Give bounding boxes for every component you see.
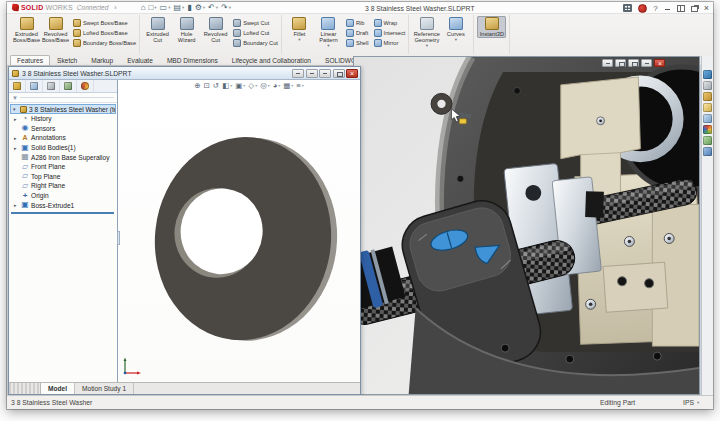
home-pane-icon[interactable] bbox=[703, 70, 712, 79]
part-3d-viewport[interactable]: ⊕ ⊡ ↺ ◧▾ ▣▾ ◇▾ ◎▾ ◕▾ bbox=[118, 80, 360, 382]
dropdown-caret-icon[interactable]: ▾ bbox=[203, 4, 205, 12]
dropdown-caret-icon[interactable]: ▾ bbox=[268, 81, 270, 90]
extruded-boss-base-button[interactable]: ExtrudedBoss/Base bbox=[12, 16, 41, 44]
shell-button[interactable]: Shell bbox=[346, 38, 369, 48]
expander-icon[interactable]: ▸ bbox=[14, 135, 19, 141]
tree-item[interactable]: A286 Iron Base Superalloy bbox=[9, 152, 117, 162]
tree-item[interactable]: ▸ Annotations bbox=[9, 133, 117, 143]
undo-button[interactable]: ↶▾ bbox=[208, 4, 218, 12]
apps-grid-icon[interactable] bbox=[623, 4, 632, 12]
apply-scene-button[interactable]: ▦▾ bbox=[283, 81, 293, 90]
tree-item[interactable]: ▸ Solid Bodies(1) bbox=[9, 143, 117, 153]
model-tab[interactable]: Motion Study 1 bbox=[75, 383, 134, 394]
solidworks-resources-icon[interactable] bbox=[703, 81, 712, 90]
boundary-cut-button[interactable]: Boundary Cut bbox=[233, 38, 278, 48]
section-view-button[interactable]: ◧▾ bbox=[222, 81, 232, 90]
tree-item[interactable]: Origin bbox=[9, 191, 117, 201]
expander-icon[interactable]: ▸ bbox=[14, 116, 19, 122]
assembly-3d-viewport[interactable]: Drag bbox=[354, 57, 699, 394]
window-menu-button[interactable] bbox=[292, 69, 304, 78]
tree-item[interactable]: ▸ History bbox=[9, 114, 117, 124]
dropdown-caret-icon[interactable]: ▾ bbox=[278, 81, 280, 90]
dropdown-caret-icon[interactable]: ▾ bbox=[426, 44, 428, 48]
model-tab[interactable]: Model bbox=[41, 383, 75, 394]
dropdown-caret-icon[interactable]: ▾ bbox=[243, 81, 245, 90]
expander-icon[interactable]: ▾ bbox=[13, 106, 18, 112]
assembly-document-window[interactable]: Drag bbox=[353, 56, 700, 395]
expander-icon[interactable]: ▸ bbox=[14, 145, 19, 151]
tree-item[interactable]: ▸ Boss-Extrude1 bbox=[9, 200, 117, 210]
display-style-button[interactable]: ◇▾ bbox=[248, 81, 257, 90]
lofted-cut-button[interactable]: Lofted Cut bbox=[233, 28, 278, 38]
brand-expander-icon[interactable]: › bbox=[114, 4, 116, 11]
revolved-cut-button[interactable]: RevolvedCut bbox=[201, 16, 230, 44]
print-button[interactable]: ▮ bbox=[187, 4, 191, 12]
appearances-scenes-icon[interactable] bbox=[703, 125, 712, 134]
tree-item[interactable]: Sensors bbox=[9, 124, 117, 134]
dropdown-caret-icon[interactable]: ▾ bbox=[229, 4, 231, 12]
tree-filter[interactable]: ▼ bbox=[9, 93, 117, 103]
hole-wizard-button[interactable]: HoleWizard bbox=[172, 16, 201, 44]
dropdown-caret-icon[interactable]: ▾ bbox=[255, 81, 257, 90]
intersect-button[interactable]: Intersect bbox=[374, 28, 406, 38]
wrap-button[interactable]: Wrap bbox=[374, 18, 406, 28]
mirror-button[interactable]: Mirror bbox=[374, 38, 406, 48]
swept-cut-button[interactable]: Swept Cut bbox=[233, 18, 278, 28]
dimxpertmanager-tab[interactable] bbox=[60, 80, 77, 92]
unit-system-selector[interactable]: IPS ▾ bbox=[683, 399, 699, 406]
ribbon-tab[interactable]: Lifecycle and Collaboration bbox=[225, 55, 318, 65]
reference-geometry-button[interactable]: ReferenceGeometry ▾ bbox=[412, 16, 441, 49]
minimize-window-button[interactable] bbox=[319, 69, 331, 78]
washer-render[interactable] bbox=[118, 80, 360, 382]
file-explorer-icon[interactable] bbox=[703, 103, 712, 112]
custom-properties-icon[interactable] bbox=[703, 136, 712, 145]
dropdown-caret-icon[interactable]: ▾ bbox=[230, 81, 232, 90]
asm-minimize-button[interactable] bbox=[602, 59, 613, 67]
dropdown-caret-icon[interactable]: ▾ bbox=[216, 4, 218, 12]
swept-boss-base-button[interactable]: Swept Boss/Base bbox=[73, 18, 136, 28]
edit-appearance-button[interactable]: ◕▾ bbox=[273, 81, 281, 90]
account-avatar[interactable] bbox=[638, 4, 647, 13]
hide-show-items-button[interactable]: ◎▾ bbox=[260, 81, 270, 90]
window-pin-button[interactable] bbox=[306, 69, 318, 78]
save-button[interactable]: ▤▾ bbox=[173, 4, 184, 12]
ribbon-tab[interactable]: Evaluate bbox=[120, 55, 160, 65]
fillet-button[interactable]: Fillet ▾ bbox=[285, 16, 314, 49]
view-orientation-button[interactable]: ▣▾ bbox=[235, 81, 245, 90]
rollback-bar[interactable] bbox=[11, 212, 114, 214]
options-button[interactable]: ⚙▾ bbox=[195, 4, 205, 12]
washer-part[interactable] bbox=[145, 128, 347, 349]
tree-item[interactable]: Front Plane bbox=[9, 162, 117, 172]
dropdown-caret-icon[interactable]: ▾ bbox=[298, 38, 300, 42]
design-library-icon[interactable] bbox=[703, 92, 712, 101]
new-document-button[interactable]: □▾ bbox=[148, 4, 156, 12]
asm-maximize-button[interactable] bbox=[628, 59, 639, 67]
redo-button[interactable]: ↷▾ bbox=[221, 4, 231, 12]
home-button[interactable]: ⌂ bbox=[141, 4, 146, 12]
previous-view-button[interactable]: ↺ bbox=[213, 81, 219, 90]
dragged-washer[interactable] bbox=[431, 93, 452, 114]
tab-scroll-splitter[interactable] bbox=[9, 383, 41, 394]
view-settings-button[interactable]: ≡▾ bbox=[296, 81, 303, 90]
dropdown-caret-icon[interactable]: ▾ bbox=[302, 81, 304, 90]
curves-button[interactable]: Curves ▾ bbox=[441, 16, 470, 49]
zoom-to-area-button[interactable]: ⊡ bbox=[204, 81, 210, 90]
restore-window-button[interactable] bbox=[333, 69, 345, 78]
instant3d-button[interactable]: Instant3D bbox=[477, 16, 506, 38]
minimize-app-button[interactable] bbox=[664, 5, 671, 12]
rib-button[interactable]: Rib bbox=[346, 18, 369, 28]
extruded-cut-button[interactable]: ExtrudedCut bbox=[143, 16, 172, 44]
boundary-boss-base-button[interactable]: Boundary Boss/Base bbox=[73, 38, 136, 48]
panel-splitter-handle[interactable] bbox=[117, 231, 120, 245]
layout-button[interactable] bbox=[677, 5, 685, 12]
dropdown-caret-icon[interactable]: ▾ bbox=[168, 4, 170, 12]
dropdown-caret-icon[interactable]: ▾ bbox=[182, 4, 184, 12]
dropdown-caret-icon[interactable]: ▾ bbox=[327, 44, 329, 48]
part-window-titlebar[interactable]: 3 8 Stainless Steel Washer.SLDPRT bbox=[9, 67, 360, 80]
propertymanager-tab[interactable] bbox=[26, 80, 43, 92]
dropdown-caret-icon[interactable]: ▾ bbox=[697, 400, 699, 405]
close-window-button[interactable] bbox=[346, 69, 358, 78]
displaymanager-tab[interactable] bbox=[77, 80, 94, 92]
restore-app-button[interactable] bbox=[691, 6, 698, 12]
help-icon[interactable]: ? bbox=[653, 4, 657, 13]
